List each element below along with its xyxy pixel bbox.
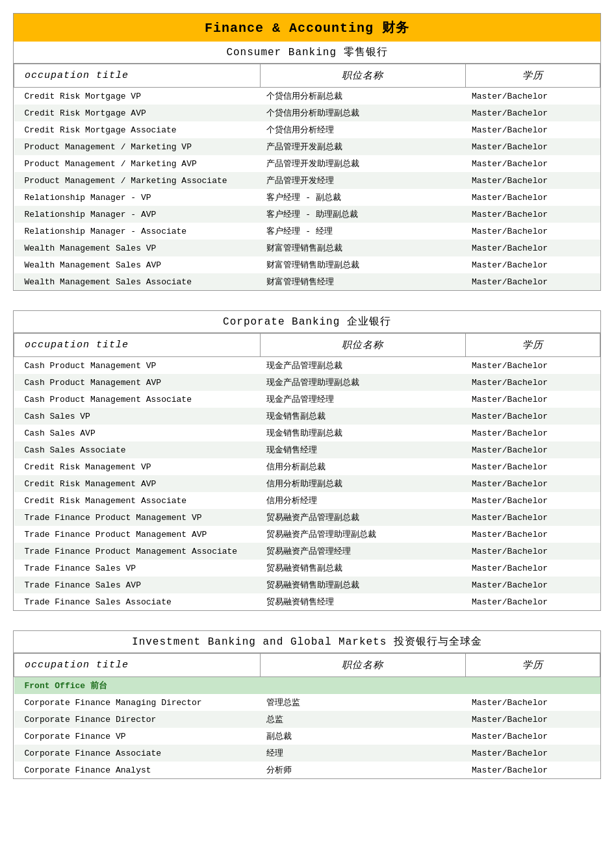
table-row: Trade Finance Sales AVP贸易融资销售助理副总裁Master… [14,577,600,593]
corporate-banking-subtitle: Corporate Banking 企业银行 [14,311,600,333]
edu-cell: Master/Bachelor [465,240,600,256]
investment-banking-table: occupation title 职位名称 学历 Front Office 前台… [14,653,600,778]
cn-title-cell: 总监 [260,711,465,728]
occupation-title-cell: Trade Finance Sales AVP [14,577,261,593]
cn-title-cell: 经理 [260,745,465,762]
table-row: Cash Sales AVP现金销售助理副总裁Master/Bachelor [14,425,600,441]
occupation-title-cell: Corporate Finance Associate [14,745,261,762]
edu-cell: Master/Bachelor [465,711,600,728]
corporate-banking-section: Corporate Banking 企业银行 occupation title … [13,310,601,611]
consumer-banking-table: occupation title 职位名称 学历 Credit Risk Mor… [14,64,600,290]
edu-cell: Master/Bachelor [465,223,600,240]
table-row: Corporate Finance Managing Director管理总监M… [14,694,600,711]
edu-cell: Master/Bachelor [465,273,600,290]
table-row: Trade Finance Product Management AVP贸易融资… [14,526,600,543]
cn-title-cell: 现金产品管理经理 [260,391,465,408]
table-row: Cash Product Management Associate现金产品管理经… [14,391,600,408]
table-row: Credit Risk Mortgage AVP个贷信用分析助理副总裁Maste… [14,105,600,121]
table-row: Trade Finance Product Management Associa… [14,543,600,560]
edu-cell: Master/Bachelor [465,155,600,172]
occupation-title-cell: Relationship Manager - VP [14,189,261,206]
edu-cell: Master/Bachelor [465,105,600,121]
cn-title-cell: 分析师 [260,762,465,778]
table-row: Credit Risk Management AVP信用分析助理副总裁Maste… [14,475,600,492]
table-row: Corporate Finance Analyst分析师Master/Bache… [14,762,600,778]
occupation-title-cell: Trade Finance Sales VP [14,560,261,577]
occupation-title-cell: Product Management / Marketing AVP [14,155,261,172]
occupation-title-cell: Cash Product Management Associate [14,391,261,408]
cn-title-cell: 个贷信用分析副总裁 [260,88,465,105]
page-container: Finance & Accounting 财务 Consumer Banking… [13,13,601,779]
consumer-banking-block: Consumer Banking 零售银行 occupation title 职… [14,42,600,290]
table-row: Product Management / Marketing Associate… [14,172,600,189]
edu-cell: Master/Bachelor [465,408,600,425]
cn-title-cell: 现金销售助理副总裁 [260,425,465,441]
cn-title-cell: 个贷信用分析经理 [260,121,465,138]
edu-cell: Master/Bachelor [465,391,600,408]
cn-title-cell: 客户经理 - 经理 [260,223,465,240]
main-title: Finance & Accounting 财务 [14,14,600,42]
occupation-title-cell: Credit Risk Mortgage Associate [14,121,261,138]
occupation-title-cell: Credit Risk Management VP [14,458,261,475]
occupation-title-cell: Relationship Manager - Associate [14,223,261,240]
cn-title-cell: 财富管理销售副总裁 [260,240,465,256]
cn-title-cell: 贸易融资产品管理助理副总裁 [260,526,465,543]
table-row: Trade Finance Product Management VP贸易融资产… [14,509,600,526]
occupation-title-cell: Corporate Finance VP [14,728,261,745]
table-row: Trade Finance Sales VP贸易融资销售副总裁Master/Ba… [14,560,600,577]
cn-title-cell: 副总裁 [260,728,465,745]
occupation-title-cell: Relationship Manager - AVP [14,206,261,223]
cn-title-cell: 现金销售经理 [260,441,465,458]
edu-cell: Master/Bachelor [465,509,600,526]
edu-cell: Master/Bachelor [465,560,600,577]
occupation-title-cell: Credit Risk Management Associate [14,492,261,509]
table-row: Corporate Finance Associate经理Master/Bach… [14,745,600,762]
edu-cell: Master/Bachelor [465,121,600,138]
table-row: Credit Risk Management VP信用分析副总裁Master/B… [14,458,600,475]
cn-title-cell: 现金产品管理助理副总裁 [260,374,465,391]
occupation-title-cell: Trade Finance Product Management Associa… [14,543,261,560]
table-row: Product Management / Marketing AVP产品管理开发… [14,155,600,172]
occupation-title-cell: Cash Product Management VP [14,357,261,375]
edu-cell: Master/Bachelor [465,357,600,375]
table-row: Cash Product Management VP现金产品管理副总裁Maste… [14,357,600,375]
occupation-title-cell: Wealth Management Sales VP [14,240,261,256]
cn-title-cell: 贸易融资销售副总裁 [260,560,465,577]
cn-title-cell: 财富管理销售助理副总裁 [260,256,465,273]
group-header-row: Front Office 前台 [14,677,600,695]
cn-title-cell: 财富管理销售经理 [260,273,465,290]
cn-title-cell: 产品管理开发副总裁 [260,138,465,155]
consumer-banking-subtitle: Consumer Banking 零售银行 [14,42,600,64]
cn-title-cell: 个贷信用分析助理副总裁 [260,105,465,121]
table-row: Corporate Finance VP副总裁Master/Bachelor [14,728,600,745]
cn-title-cell: 贸易融资产品管理副总裁 [260,509,465,526]
edu-cell: Master/Bachelor [465,441,600,458]
table-row: Cash Sales VP现金销售副总裁Master/Bachelor [14,408,600,425]
cn-title-cell: 现金产品管理副总裁 [260,357,465,375]
cn-title-cell: 现金销售副总裁 [260,408,465,425]
edu-cell: Master/Bachelor [465,138,600,155]
edu-cell: Master/Bachelor [465,492,600,509]
col-header-edu-3: 学历 [465,654,600,677]
table-row: Wealth Management Sales Associate财富管理销售经… [14,273,600,290]
occupation-title-cell: Trade Finance Product Management AVP [14,526,261,543]
cn-title-cell: 信用分析经理 [260,492,465,509]
table-row: Credit Risk Mortgage Associate个贷信用分析经理Ma… [14,121,600,138]
edu-cell: Master/Bachelor [465,458,600,475]
edu-cell: Master/Bachelor [465,526,600,543]
occupation-title-cell: Wealth Management Sales Associate [14,273,261,290]
investment-banking-subtitle: Investment Banking and Global Markets 投资… [14,631,600,653]
cn-title-cell: 客户经理 - 副总裁 [260,189,465,206]
occupation-title-cell: Cash Sales VP [14,408,261,425]
main-section: Finance & Accounting 财务 Consumer Banking… [13,13,601,291]
col-header-title-1: occupation title [14,64,261,88]
occupation-title-cell: Trade Finance Sales Associate [14,593,261,610]
col-header-cn-1: 职位名称 [260,64,465,88]
edu-cell: Master/Bachelor [465,256,600,273]
table-row: Wealth Management Sales AVP财富管理销售助理副总裁Ma… [14,256,600,273]
occupation-title-cell: Credit Risk Management AVP [14,475,261,492]
cn-title-cell: 贸易融资销售助理副总裁 [260,577,465,593]
table-row: Credit Risk Management Associate信用分析经理Ma… [14,492,600,509]
occupation-title-cell: Corporate Finance Analyst [14,762,261,778]
occupation-title-cell: Corporate Finance Managing Director [14,694,261,711]
